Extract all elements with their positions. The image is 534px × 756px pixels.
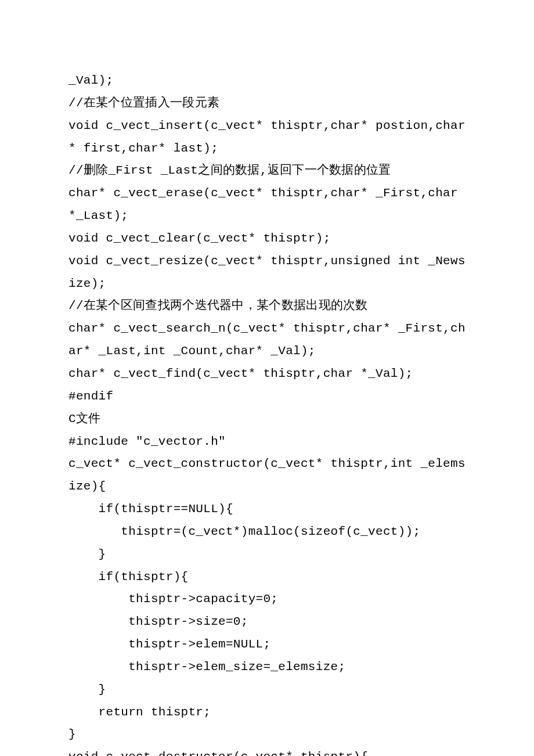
- code-line: //删除_First _Last之间的数据,返回下一个数据的位置: [68, 160, 466, 182]
- code-line: c_vect* c_vect_constructor(c_vect* thisp…: [68, 453, 466, 498]
- code-line: void c_vect_destructor(c_vect* thisptr){: [68, 746, 466, 756]
- code-line: void c_vect_insert(c_vect* thisptr,char*…: [68, 115, 466, 160]
- code-line: C文件: [68, 408, 466, 431]
- document-page: _Val); //在某个位置插入一段元素 void c_vect_insert(…: [0, 0, 534, 756]
- code-line: return thisptr;: [68, 701, 466, 724]
- code-line: #endif: [68, 386, 466, 408]
- code-line: }: [68, 543, 466, 566]
- code-line: char* c_vect_find(c_vect* thisptr,char *…: [68, 363, 466, 386]
- code-line: }: [68, 723, 466, 746]
- code-line: //在某个位置插入一段元素: [68, 92, 466, 115]
- code-line: void c_vect_clear(c_vect* thisptr);: [68, 228, 466, 250]
- code-line: _Val);: [68, 70, 466, 92]
- code-line: void c_vect_resize(c_vect* thisptr,unsig…: [68, 250, 466, 296]
- code-line: if(thisptr){: [68, 566, 466, 589]
- code-line: thisptr->capacity=0;: [68, 588, 466, 611]
- code-line: thisptr->size=0;: [68, 611, 466, 633]
- code-line: char* c_vect_erase(c_vect* thisptr,char*…: [68, 182, 466, 228]
- code-line: }: [68, 679, 466, 701]
- code-line: thisptr->elem=NULL;: [68, 633, 466, 656]
- code-line: char* c_vect_search_n(c_vect* thisptr,ch…: [68, 318, 466, 363]
- code-line: //在某个区间查找两个迭代器中，某个数据出现的次数: [68, 295, 466, 318]
- code-line: #include "c_vector.h": [68, 431, 466, 453]
- code-line: if(thisptr==NULL){: [68, 498, 466, 521]
- code-line: thisptr->elem_size=_elemsize;: [68, 656, 466, 679]
- code-line: thisptr=(c_vect*)malloc(sizeof(c_vect));: [68, 521, 466, 543]
